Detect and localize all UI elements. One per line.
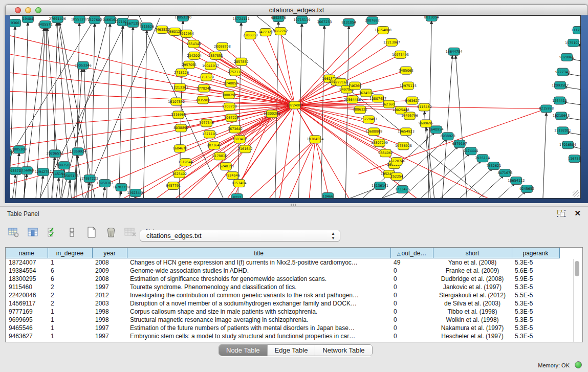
table-cell-title[interactable]: Tourette syndrome. Phenomenology and cla… [127, 283, 390, 291]
network-node[interactable]: 1885309 [12, 146, 27, 154]
table-cell-out_degree[interactable]: 0 [390, 291, 433, 299]
table-cell-pagerank[interactable]: 5.3E-5 [512, 332, 559, 340]
table-row[interactable]: 1872400712008Changes of HCN gene express… [6, 258, 559, 267]
network-node[interactable]: 9366 [10, 19, 21, 27]
network-node[interactable]: 10715119 [293, 16, 310, 24]
table-cell-in_degree[interactable]: 1 [48, 316, 92, 324]
node-table[interactable]: namein_degreeyeartitle△out_de…shortpager… [6, 248, 560, 340]
table-cell-in_degree[interactable]: 2 [48, 291, 92, 299]
network-edge[interactable] [277, 105, 295, 199]
network-edge[interactable] [54, 177, 59, 199]
table-cell-in_degree[interactable]: 6 [48, 267, 92, 275]
table-cell-pagerank[interactable]: 5.3E-5 [512, 299, 559, 308]
network-graph[interactable]: 9366194049405571276914061055328715276029… [10, 16, 581, 199]
table-cell-name[interactable]: 18724007 [6, 258, 48, 267]
table-cell-title[interactable]: Embryonic stem cells: a model to study s… [127, 332, 390, 340]
network-node[interactable]: 1117539 [571, 26, 581, 34]
network-edge[interactable] [345, 26, 349, 199]
network-node[interactable]: 6879197 [452, 140, 467, 148]
network-node[interactable]: 1244415 [552, 97, 567, 104]
table-scrollbar[interactable] [573, 259, 580, 342]
table-cell-out_degree[interactable]: 0 [390, 283, 433, 291]
network-edge[interactable] [315, 139, 333, 199]
network-node[interactable]: 16782759 [113, 184, 129, 191]
table-cell-pagerank[interactable]: 5.5E-5 [512, 291, 559, 299]
network-node[interactable]: 12975115 [400, 82, 417, 90]
network-node[interactable]: 18853190 [175, 16, 191, 21]
network-edge[interactable] [143, 30, 147, 199]
network-node[interactable]: 9329966 [559, 53, 574, 61]
table-cell-out_degree[interactable]: 49 [390, 258, 433, 267]
network-edge[interactable] [542, 112, 547, 199]
table-selector-dropdown[interactable]: citations_edges.txt ▲▼ [140, 230, 340, 242]
network-node[interactable]: 9245652 [519, 185, 534, 193]
table-cell-pagerank[interactable]: 5.3E-5 [512, 316, 559, 324]
network-node[interactable]: 27691406 [49, 16, 66, 23]
delete-columns-icon[interactable] [104, 226, 118, 239]
network-node[interactable]: 8215958 [539, 105, 554, 113]
network-edge[interactable] [57, 17, 108, 199]
table-cell-short[interactable]: Hescheler et al. (1997) [433, 332, 512, 340]
delete-table-icon[interactable] [124, 226, 137, 239]
table-cell-out_degree[interactable]: 0 [390, 275, 433, 283]
network-node[interactable]: 3067229 [224, 114, 239, 122]
table-cell-title[interactable]: Estimation of significance thresholds fo… [127, 275, 390, 283]
network-node[interactable]: 10466 [322, 193, 334, 199]
table-cell-year[interactable]: 2008 [92, 258, 127, 267]
network-node[interactable]: 15720407 [360, 116, 377, 123]
network-node[interactable]: 10688809 [365, 128, 382, 136]
table-cell-short[interactable]: de Silva et al. (2003) [433, 299, 512, 308]
table-cell-in_degree[interactable]: 1 [48, 258, 92, 267]
table-cell-out_degree[interactable]: 0 [390, 324, 433, 332]
network-edge[interactable] [10, 29, 295, 105]
network-node[interactable]: 7515526 [139, 23, 154, 30]
network-edge[interactable] [100, 186, 105, 199]
network-node[interactable]: 19384554 [307, 136, 323, 143]
table-cell-out_degree[interactable]: 0 [390, 308, 433, 316]
network-node[interactable]: 17016504 [559, 141, 576, 149]
table-cell-out_degree[interactable]: 0 [390, 316, 433, 324]
table-cell-short[interactable]: Jankovic et al. (1997) [433, 283, 512, 291]
network-node[interactable]: 1519544 [178, 159, 193, 166]
table-cell-title[interactable]: Investigating the contribution of common… [127, 291, 390, 299]
network-node[interactable]: 8038890 [173, 124, 188, 132]
select-rows-icon[interactable] [46, 226, 59, 239]
network-node[interactable]: 9699695 [419, 120, 433, 127]
table-cell-year[interactable]: 1997 [92, 332, 127, 340]
table-cell-short[interactable]: Dudbridge et al. (2008) [433, 275, 512, 283]
network-node[interactable]: 19041937 [202, 62, 219, 70]
divider-grip-icon[interactable] [291, 204, 297, 206]
network-node[interactable]: 15751074 [565, 39, 581, 47]
show-columns-icon[interactable] [27, 226, 40, 239]
network-edge[interactable] [66, 179, 70, 199]
network-node[interactable]: 19404 [22, 16, 33, 23]
table-cell-name[interactable]: 18300295 [6, 275, 48, 283]
table-cell-name[interactable]: 9463627 [6, 332, 48, 340]
column-header-name[interactable]: name [6, 248, 48, 258]
table-row[interactable]: 1938455462009Genome-wide association stu… [6, 267, 559, 275]
network-edge[interactable] [14, 152, 19, 199]
network-node[interactable]: 8178815 [212, 152, 227, 160]
network-node[interactable]: 20206576 [47, 150, 63, 158]
network-node[interactable]: 29053346 [75, 61, 92, 69]
network-node[interactable]: 2935114 [475, 155, 490, 162]
network-node[interactable]: 2751579 [199, 73, 214, 81]
network-node[interactable]: 9463627 [405, 97, 420, 104]
network-node[interactable]: 7871642 [207, 142, 222, 149]
float-panel-icon[interactable] [557, 210, 565, 217]
table-mode-icon[interactable] [7, 226, 20, 239]
network-node[interactable]: 15724111 [233, 16, 250, 23]
table-cell-short[interactable]: Stergiakouli et al. (2012) [433, 291, 512, 299]
network-node[interactable]: 1503412 [232, 136, 247, 143]
table-row[interactable]: 911546021997Tourette syndrome. Phenomeno… [6, 283, 559, 291]
table-cell-short[interactable]: Wolkin et al. (1998) [433, 316, 512, 324]
network-node[interactable]: 19654923 [398, 128, 415, 136]
network-node[interactable]: 1654343 [186, 40, 201, 48]
table-cell-in_degree[interactable]: 2 [48, 299, 92, 308]
tab-edge-table[interactable]: Edge Table [268, 345, 316, 356]
network-node[interactable]: 116753 [568, 155, 581, 163]
network-node[interactable]: 2857852 [234, 58, 249, 65]
table-cell-year[interactable]: 2009 [92, 267, 127, 275]
table-row[interactable]: 946362711997Embryonic stem cells: a mode… [6, 332, 559, 340]
table-cell-name[interactable]: 9699695 [6, 316, 48, 324]
